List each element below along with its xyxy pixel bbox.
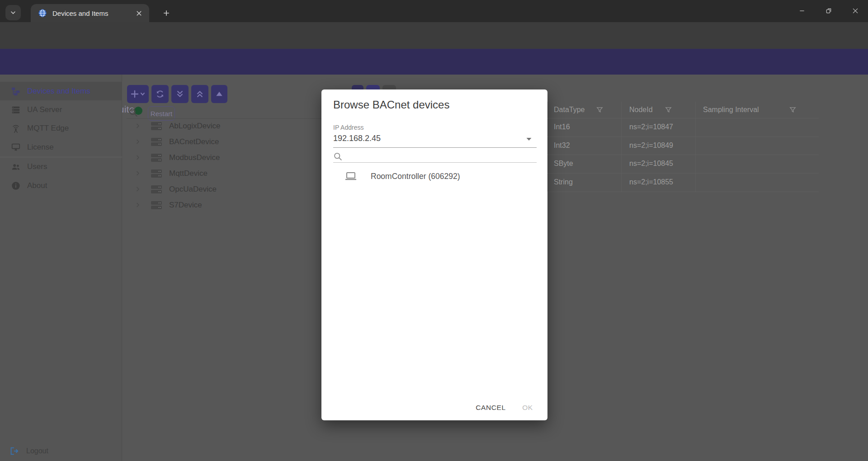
refresh-button[interactable]	[151, 85, 169, 103]
tree-item-label: MqttDevice	[169, 169, 208, 178]
table-cell[interactable]: SByte	[554, 155, 573, 173]
sidebar-item-label: Devices and Items	[27, 87, 90, 96]
dialog-title: Browse BACnet devices	[333, 99, 449, 111]
device-search-input[interactable]	[346, 152, 537, 161]
sidebar: Devices and Items UA Server MQTT Edge Li…	[0, 75, 122, 461]
browse-bacnet-dialog: Browse BACnet devices IP Address 192.168…	[321, 89, 547, 420]
chevron-down-icon	[9, 9, 17, 16]
collapse-all-button[interactable]	[191, 85, 208, 103]
tree-item-modbusdevice[interactable]: ModbusDevice	[128, 150, 322, 165]
cell-value: Int32	[554, 141, 570, 150]
sidebar-item-label: UA Server	[27, 105, 62, 114]
sidebar-item-users[interactable]: Users	[0, 157, 122, 176]
sidebar-item-about[interactable]: About	[0, 176, 122, 195]
chevron-right-icon[interactable]	[134, 202, 141, 208]
sidebar-item-license[interactable]: License	[0, 138, 122, 156]
sidebar-item-devices-and-items[interactable]: Devices and Items	[0, 82, 122, 100]
column-header-datatype[interactable]: DataType	[554, 102, 594, 118]
logout-label: Logout	[26, 447, 48, 455]
chevron-right-icon[interactable]	[134, 170, 141, 177]
chevron-right-icon[interactable]	[134, 122, 141, 129]
refresh-icon	[155, 89, 165, 99]
row-divider	[547, 118, 819, 118]
sidebar-item-label: Users	[27, 162, 47, 171]
filter-icon[interactable]	[665, 106, 672, 114]
tree-item-bacnetdevice[interactable]: BACnetDevice	[128, 134, 322, 150]
column-header-sampling-interval[interactable]: Sampling Interval	[703, 102, 766, 118]
close-icon	[852, 7, 859, 14]
window-minimize-button[interactable]	[794, 5, 810, 17]
column-header-label: DataType	[554, 106, 585, 114]
table-cell[interactable]: ns=2;i=10849	[629, 136, 673, 155]
window-close-button[interactable]	[848, 5, 863, 17]
device-list-item[interactable]: RoomController (606292)	[333, 166, 537, 186]
table-cell[interactable]: ns=2;i=10847	[629, 118, 673, 136]
move-top-button[interactable]	[211, 85, 227, 103]
table-cell[interactable]: ns=2;i=10855	[629, 173, 673, 191]
license-icon	[11, 142, 21, 152]
tree-item-mqttdevice[interactable]: MqttDevice	[128, 165, 322, 181]
server-list-icon	[11, 105, 21, 115]
expand-all-button[interactable]	[171, 85, 189, 103]
cell-value: Int16	[554, 123, 570, 131]
add-device-button[interactable]	[127, 85, 149, 103]
ip-address-select-value[interactable]: 192.168.2.45	[333, 134, 381, 143]
ok-label: OK	[522, 404, 533, 412]
device-search-field[interactable]	[333, 151, 537, 162]
table-cell[interactable]: ns=2;i=10845	[629, 155, 673, 173]
device-icon	[150, 121, 163, 132]
restore-icon	[825, 7, 832, 14]
new-tab-button[interactable]	[159, 6, 174, 20]
cell-value: ns=2;i=10849	[629, 141, 673, 150]
cell-value: String	[554, 178, 573, 186]
tree-item-s7device[interactable]: S7Device	[128, 197, 322, 213]
restart-label: Restart	[151, 110, 172, 118]
row-divider	[547, 192, 819, 192]
sidebar-item-ua-server[interactable]: UA Server	[0, 100, 122, 119]
chevron-right-icon[interactable]	[134, 186, 141, 193]
device-icon	[150, 200, 163, 211]
filter-icon[interactable]	[789, 106, 797, 114]
browser-toolbar: localhost:7081/devices-items Incognito	[0, 22, 868, 49]
sidebar-item-mqtt-edge[interactable]: MQTT Edge	[0, 119, 122, 137]
tab-favicon	[38, 9, 47, 18]
device-icon	[150, 184, 163, 195]
logout-button[interactable]: Logout	[0, 442, 122, 460]
tree-item-label: S7Device	[169, 201, 202, 210]
tree-item-label: BACnetDevice	[169, 137, 219, 146]
cancel-button[interactable]: CANCEL	[467, 400, 514, 416]
table-cell[interactable]: String	[554, 173, 573, 191]
sidebar-item-label: About	[27, 181, 47, 190]
cell-value: ns=2;i=10855	[629, 178, 673, 186]
tab-search-button[interactable]	[5, 5, 21, 20]
column-header-nodeid[interactable]: NodeId	[629, 102, 661, 118]
plus-icon	[162, 9, 170, 17]
tree-item-label: ModbusDevice	[169, 153, 220, 162]
device-icon	[150, 168, 163, 179]
window-restore-button[interactable]	[821, 5, 836, 17]
device-icon	[150, 152, 163, 163]
table-cell[interactable]: Int16	[554, 118, 570, 136]
dropdown-caret-icon[interactable]	[526, 137, 532, 141]
table-cell[interactable]: Int32	[554, 136, 570, 155]
browser-tab-strip: Devices and Items	[0, 0, 868, 22]
ip-address-label: IP Address	[333, 124, 363, 131]
browser-tab[interactable]: Devices and Items	[31, 4, 149, 22]
tree-item-label: OpcUaDevice	[169, 185, 217, 194]
device-item-label: RoomController (606292)	[371, 172, 460, 181]
tree-item-ablogixdevice[interactable]: AbLogixDevice	[128, 118, 322, 134]
tab-close-icon[interactable]	[135, 9, 143, 17]
chevron-right-icon[interactable]	[134, 154, 141, 161]
sidebar-item-label: MQTT Edge	[27, 124, 69, 133]
chevron-right-icon[interactable]	[134, 138, 141, 145]
search-icon	[333, 152, 343, 161]
cancel-label: CANCEL	[476, 404, 505, 412]
cell-value: ns=2;i=10845	[629, 160, 673, 168]
ok-button[interactable]: OK	[517, 400, 538, 416]
ip-select-underline	[333, 147, 537, 148]
filter-icon[interactable]	[596, 106, 604, 114]
double-chevron-up-icon	[195, 89, 205, 99]
row-divider	[547, 173, 819, 174]
tree-item-opcuadevice[interactable]: OpcUaDevice	[128, 181, 322, 197]
logout-icon	[9, 446, 19, 456]
